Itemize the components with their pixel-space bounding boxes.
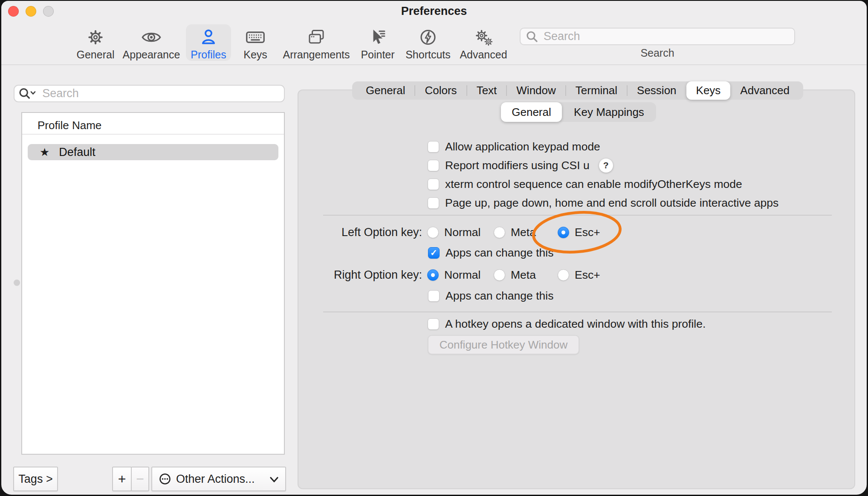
checkbox-row-keypad-mode: Allow application keypad mode [428,139,600,154]
profile-tabbar: General Colors Text Window Terminal Sess… [352,81,803,100]
profile-search-input[interactable] [41,87,281,101]
checkbox-page-scroll[interactable] [428,197,439,209]
lightning-icon [417,27,439,48]
radio-option: Normal [427,268,480,282]
subtab-general[interactable]: General [501,102,562,122]
toolbar-divider [1,64,867,65]
add-profile-button[interactable]: + [112,467,132,491]
toolbar-item-label: Shortcuts [405,49,451,61]
preferences-window: Preferences General Appearance Profiles … [1,1,867,495]
tab-terminal[interactable]: Terminal [566,81,627,100]
radio-left-normal[interactable] [427,227,439,238]
toolbar-item-pointer[interactable]: Pointer [357,24,398,61]
profile-name: Default [59,146,95,159]
toolbar-item-label: Pointer [361,49,394,61]
checkbox-row-page-scroll: Page up, page down, home and end scroll … [428,196,778,210]
radio-right-meta[interactable] [494,269,505,281]
keys-subtabbar: General Key Mappings [501,102,656,122]
radio-label: Meta [511,226,536,239]
eye-icon [140,27,162,48]
radio-left-esc[interactable] [558,227,569,238]
checkbox-report-csi-u[interactable] [428,160,439,171]
remove-profile-button[interactable]: − [131,467,149,491]
toolbar-item-label: Keys [243,49,267,61]
toolbar-search-field[interactable] [520,28,795,45]
toolbar-item-advanced[interactable]: Advanced [459,24,508,61]
right-option-key-label: Right Option key: [317,268,422,282]
right-option-key-radio-group: Normal Meta Esc+ [427,268,649,282]
tags-button[interactable]: Tags > [13,467,58,491]
tab-window[interactable]: Window [506,81,565,100]
tab-session[interactable]: Session [627,81,686,100]
windows-icon [305,27,327,48]
checkbox-label: Apps can change this [446,246,553,260]
radio-left-meta[interactable] [494,227,505,238]
profile-search-field[interactable] [14,85,285,102]
subtab-key-mappings[interactable]: Key Mappings [562,102,656,122]
toolbar-item-label: Appearance [123,49,180,61]
hotkey-row: A hotkey opens a dedicated window with t… [428,317,706,331]
checkbox-label: A hotkey opens a dedicated window with t… [445,317,706,331]
radio-label: Esc+ [575,268,600,282]
profile-row-default[interactable]: ★ Default [28,144,278,160]
search-filter-icon [18,87,39,101]
radio-right-normal[interactable] [427,269,439,281]
toolbar-item-general[interactable]: General [74,24,117,61]
radio-label: Esc+ [575,226,600,239]
section-divider [323,215,832,216]
radio-label: Normal [444,226,480,239]
tab-colors[interactable]: Colors [415,81,466,100]
radio-option: Meta [494,268,536,282]
tab-advanced[interactable]: Advanced [730,81,799,100]
checkbox-label: xterm control sequence can enable modify… [445,178,742,191]
other-actions-dropdown[interactable]: Other Actions... [151,467,286,491]
toolbar-item-keys[interactable]: Keys [240,24,270,61]
toolbar-item-arrangements[interactable]: Arrangements [282,24,350,61]
person-icon [197,27,220,48]
radio-option: Normal [427,225,480,239]
radio-label: Normal [444,268,480,282]
left-option-key-radio-group: Normal Meta Esc+ [427,225,649,239]
right-apps-can-change-row: Apps can change this [428,288,553,303]
checkbox-label: Allow application keypad mode [445,140,600,153]
tab-general[interactable]: General [356,81,415,100]
radio-option: Esc+ [558,225,600,239]
window-title: Preferences [1,5,867,18]
gears-icon [472,27,495,48]
tab-text[interactable]: Text [467,81,507,100]
checkbox-row-csi-u: Report modifiers using CSI u ? [428,158,613,173]
toolbar-item-profiles[interactable]: Profiles [186,24,231,61]
other-actions-label: Other Actions... [176,473,255,486]
profile-list-header: Profile Name [38,119,101,132]
configure-hotkey-window-button[interactable]: Configure Hotkey Window [428,335,579,355]
checkbox-label: Apps can change this [446,289,553,303]
checkbox-hotkey-window[interactable] [428,318,439,330]
sidebar-dot [14,280,20,286]
checkbox-modify-other-keys[interactable] [428,179,439,190]
toolbar-item-label: Advanced [460,49,507,61]
gear-icon [84,27,107,48]
checkbox-label: Report modifiers using CSI u [445,159,590,172]
checkbox-allow-keypad-mode[interactable] [428,141,439,153]
toolbar-item-appearance[interactable]: Appearance [122,24,181,61]
star-icon: ★ [40,147,49,158]
chevron-down-icon [269,476,279,483]
help-button[interactable]: ? [599,159,613,173]
toolbar-item-label: Arrangements [283,49,350,61]
checkbox-left-apps-can-change[interactable] [428,247,440,259]
list-header-divider [22,134,284,135]
section-divider [323,311,832,312]
toolbar-search-input[interactable] [543,29,789,43]
left-apps-can-change-row: Apps can change this [428,245,553,260]
radio-right-esc[interactable] [558,269,569,281]
search-icon [526,30,538,43]
keyboard-icon [244,27,266,48]
checkbox-right-apps-can-change[interactable] [428,290,440,302]
profile-list: Profile Name ★ Default [21,112,285,455]
cursor-icon [367,27,389,48]
toolbar-search-caption: Search [520,47,795,59]
tab-keys[interactable]: Keys [686,81,731,100]
screen: Preferences General Appearance Profiles … [0,0,868,496]
radio-label: Meta [511,268,536,282]
toolbar-item-shortcuts[interactable]: Shortcuts [403,24,453,61]
